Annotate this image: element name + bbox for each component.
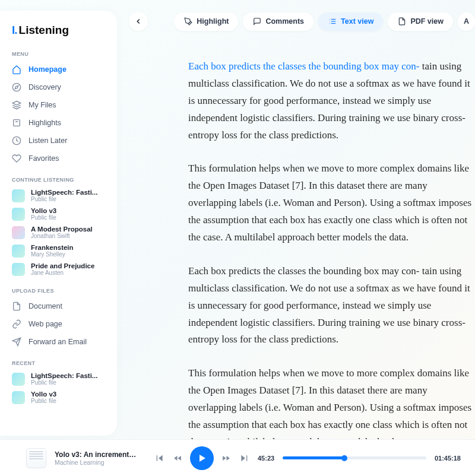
- section-label-upload: UPLOAD FILES: [0, 284, 117, 297]
- continue-item[interactable]: Pride and Prejudice Jane Austen: [0, 260, 117, 278]
- file-title: Yollo v3: [31, 207, 56, 214]
- continue-item[interactable]: LightSpeech: Fasti... Public file: [0, 186, 117, 205]
- paragraph: This formulation helps when we move to m…: [188, 160, 475, 246]
- svg-marker-21: [241, 455, 245, 461]
- section-label-recent: RECENT: [0, 357, 117, 370]
- nav-label: Highlights: [28, 119, 61, 127]
- file-icon: [397, 17, 406, 26]
- player-thumbnail-icon: [26, 448, 46, 468]
- current-time: 45:23: [258, 455, 274, 462]
- pdf-view-button[interactable]: PDF view: [388, 12, 453, 31]
- play-button[interactable]: [190, 446, 214, 470]
- pill-label: Comments: [265, 17, 304, 26]
- compass-icon: [12, 82, 21, 92]
- file-meta: Yollo v3 Public file: [31, 391, 56, 404]
- svg-point-0: [12, 83, 20, 91]
- layers-icon: [12, 100, 21, 110]
- progress-bar[interactable]: [283, 456, 426, 459]
- home-icon: [12, 65, 21, 74]
- comments-button[interactable]: Comments: [243, 12, 314, 31]
- nav-highlights[interactable]: Highlights: [0, 114, 117, 132]
- player-controls: [154, 446, 249, 470]
- continue-item[interactable]: Yollo v3 Public file: [0, 205, 117, 223]
- svg-marker-16: [174, 455, 177, 460]
- svg-marker-2: [12, 101, 20, 105]
- file-title: Yollo v3: [31, 391, 56, 398]
- file-meta: LightSpeech: Fasti... Public file: [31, 372, 97, 386]
- file-title: Frankenstein: [31, 244, 74, 251]
- file-meta: Yollo v3 Public file: [31, 207, 56, 221]
- pill-label: PDF view: [410, 17, 444, 26]
- nav-favorites[interactable]: Favorites: [0, 150, 117, 167]
- pill-label: Highlight: [197, 17, 229, 26]
- note-icon: [12, 118, 21, 128]
- paragraph: Each box predicts the classes the boundi…: [188, 263, 475, 348]
- rewind-button[interactable]: [172, 453, 183, 464]
- article-content: Each box predicts the classes the boundi…: [129, 58, 475, 451]
- continue-item[interactable]: A Modest Proposal Jonathan Swift: [0, 223, 117, 242]
- clock-icon: [12, 136, 21, 145]
- paragraph: This formulation helps when we move to m…: [188, 365, 475, 450]
- file-thumb-icon: [12, 263, 25, 276]
- send-icon: [12, 337, 21, 347]
- player-info: Yolo v3: An incremental im... Machine Le…: [55, 450, 138, 466]
- document-icon: [12, 302, 21, 311]
- nav-discovery[interactable]: Discovery: [0, 78, 117, 96]
- file-meta: Frankenstein Mary Shelley: [31, 244, 74, 258]
- file-title: LightSpeech: Fasti...: [31, 189, 97, 196]
- file-meta: LightSpeech: Fasti... Public file: [31, 189, 97, 202]
- file-meta: A Modest Proposal Jonathan Swift: [31, 226, 93, 239]
- list-icon: [328, 17, 337, 26]
- file-subtitle: Public file: [31, 196, 97, 202]
- nav-label: Favorites: [28, 154, 59, 163]
- file-title: Pride and Prejudice: [31, 262, 94, 269]
- forward-button[interactable]: [221, 453, 232, 464]
- upload-document[interactable]: Document: [0, 297, 117, 315]
- pen-icon: [183, 17, 192, 26]
- continue-item[interactable]: Frankenstein Mary Shelley: [0, 242, 117, 260]
- file-subtitle: Public file: [31, 214, 56, 221]
- skip-back-button[interactable]: [154, 453, 165, 464]
- text-view-button[interactable]: Text view: [318, 12, 383, 31]
- link-icon: [12, 319, 21, 329]
- nav-label: Homepage: [28, 65, 66, 74]
- topbar: Highlight Comments Text view PDF view A: [129, 12, 475, 31]
- recent-item[interactable]: LightSpeech: Fasti... Public file: [0, 370, 117, 388]
- section-label-menu: MENU: [0, 47, 117, 61]
- progress-knob[interactable]: [341, 455, 347, 461]
- brand-logo-icon: I.: [12, 24, 17, 37]
- file-meta: Pride and Prejudice Jane Austen: [31, 262, 94, 276]
- comment-icon: [252, 17, 261, 26]
- svg-rect-3: [14, 120, 20, 126]
- sidebar: I. Listening MENU Homepage Discovery My …: [0, 11, 117, 436]
- nav-listen-later[interactable]: Listen Later: [0, 132, 117, 150]
- highlight-button[interactable]: Highlight: [174, 12, 238, 31]
- section-label-continue: CONTINUE LISTENING: [0, 173, 117, 186]
- upload-webpage[interactable]: Web page: [0, 315, 117, 333]
- recent-item[interactable]: Yollo v3 Public file: [0, 388, 117, 407]
- svg-marker-18: [200, 455, 205, 462]
- pill-label: A: [464, 17, 469, 26]
- play-icon: [197, 453, 207, 463]
- paragraph: Each box predicts the classes the boundi…: [188, 58, 475, 144]
- nav-label: Discovery: [28, 83, 61, 91]
- file-thumb-icon: [12, 226, 25, 239]
- file-thumb-icon: [12, 208, 25, 221]
- nav-homepage[interactable]: Homepage: [0, 61, 117, 78]
- upload-label: Forward an Email: [28, 338, 87, 346]
- file-subtitle: Mary Shelley: [31, 251, 74, 258]
- nav-my-files[interactable]: My Files: [0, 96, 117, 114]
- back-button[interactable]: [129, 12, 148, 31]
- svg-marker-17: [178, 455, 181, 460]
- file-thumb-icon: [12, 391, 25, 404]
- upload-email[interactable]: Forward an Email: [0, 333, 117, 351]
- brand-name: Listening: [19, 24, 69, 37]
- total-time: 01:45:18: [435, 455, 461, 462]
- file-subtitle: Public file: [31, 398, 56, 404]
- file-title: LightSpeech: Fasti...: [31, 372, 97, 379]
- more-button[interactable]: A: [458, 12, 475, 31]
- file-thumb-icon: [12, 245, 25, 258]
- svg-marker-19: [227, 455, 230, 460]
- file-thumb-icon: [12, 373, 25, 386]
- skip-forward-button[interactable]: [239, 453, 249, 464]
